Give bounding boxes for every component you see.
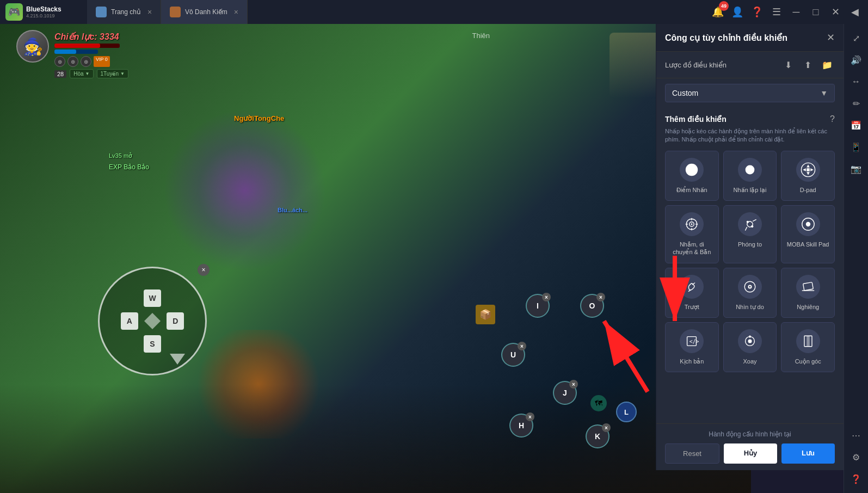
key-o-close[interactable]: ×	[596, 293, 605, 301]
app-logo: 🎮 BlueStacks 4.215.0.1019	[0, 3, 87, 21]
profile-dropdown[interactable]: Custom ▼	[665, 84, 835, 102]
key-i-close[interactable]: ×	[542, 293, 551, 301]
dpad-center	[144, 313, 161, 329]
svg-rect-11	[807, 168, 810, 171]
svg-marker-10	[810, 168, 814, 171]
panel-close-button[interactable]: ✕	[827, 32, 835, 44]
kich-ban-icon: </>	[680, 329, 704, 353]
nham-label: Nhắm, di chuyển & Bắn	[670, 241, 714, 256]
control-cuon-goc[interactable]: Cuộn góc	[781, 322, 835, 372]
add-controls-title: Thêm điều khiển	[665, 115, 727, 124]
key-h-button[interactable]: × H	[509, 414, 533, 437]
save-button[interactable]: Lưu	[781, 443, 835, 464]
tab-game-label: Vô Danh Kiếm	[185, 8, 227, 16]
control-moba[interactable]: MOBA Skill Pad	[781, 205, 835, 263]
minimize-icon[interactable]: ─	[787, 3, 805, 21]
panel-header: Công cụ tùy chỉnh điều khiển ✕	[656, 24, 844, 52]
tab-home[interactable]: Trang chủ ×	[87, 0, 161, 24]
control-nham-di-chuyen[interactable]: Nhắm, di chuyển & Bắn	[665, 205, 719, 263]
expand-btn[interactable]: ⤢	[846, 28, 866, 48]
action-buttons: Reset Hủy Lưu	[665, 443, 835, 464]
more-btn[interactable]: ⋯	[846, 426, 866, 445]
nhin-icon	[738, 275, 762, 299]
dpad-right-key[interactable]: D	[167, 312, 184, 330]
key-j-close[interactable]: ×	[569, 380, 578, 389]
key-j-button[interactable]: × J	[553, 381, 577, 405]
import-btn[interactable]: ⬇	[780, 57, 796, 72]
map-icon[interactable]: 🗺	[590, 395, 607, 411]
truot-label: Trượt	[685, 303, 699, 311]
control-dpad[interactable]: D-pad	[781, 151, 835, 201]
reset-button[interactable]: Reset	[665, 443, 719, 464]
menu-icon[interactable]: ☰	[768, 3, 785, 21]
level-badge: 28	[54, 70, 66, 78]
phong-to-label: Phóng to	[738, 241, 762, 248]
key-o-button[interactable]: × O	[580, 294, 604, 318]
action-section: Hành động cấu hình hiện tại Reset Hủy Lư…	[656, 423, 844, 470]
settings-btn[interactable]: ⚙	[846, 447, 866, 467]
dpad-left-key[interactable]: A	[121, 312, 138, 330]
key-h-close[interactable]: ×	[526, 412, 534, 421]
status-tuyen[interactable]: 1Tuyến ▼	[97, 69, 128, 78]
chest-icon[interactable]: 📦	[476, 305, 495, 324]
key-i-button[interactable]: × I	[526, 294, 550, 318]
svg-marker-7	[807, 164, 810, 168]
cancel-button[interactable]: Hủy	[724, 443, 777, 464]
diem-nhan-label: Điểm Nhấn	[676, 186, 707, 194]
control-truot[interactable]: Trượt	[665, 268, 719, 318]
right-panel: ⤢ 🔊 ↔ ✏ 📅 📱 📷 ⋯ ⚙ ❓	[844, 24, 868, 493]
nhin-label: Nhìn tự do	[736, 303, 764, 311]
control-nhan-lap-lai[interactable]: Nhấn lặp lại	[723, 151, 777, 201]
key-u-button[interactable]: × U	[501, 343, 525, 367]
dropdown-value: Custom	[672, 89, 698, 97]
buff-icon-2: ⊕	[67, 56, 78, 67]
resize-btn[interactable]: ↔	[846, 72, 866, 91]
key-u-close[interactable]: ×	[518, 342, 526, 350]
dropdown-arrow: ▼	[820, 89, 828, 97]
truot-icon	[680, 275, 704, 299]
export-btn[interactable]: ⬆	[800, 57, 815, 72]
control-nghieng[interactable]: Nghiêng	[781, 268, 835, 318]
add-controls-section: Thêm điều khiển ? Nhấp hoặc kéo các hành…	[656, 108, 844, 379]
question-btn[interactable]: ❓	[846, 469, 866, 489]
svg-point-14	[691, 224, 693, 225]
dpad-down-key[interactable]: S	[144, 335, 161, 353]
action-desc-text: Hành động cấu hình hiện tại	[665, 430, 835, 438]
camera-btn[interactable]: 📷	[846, 159, 866, 178]
volume-btn[interactable]: 🔊	[846, 50, 866, 70]
help-icon[interactable]: ❓	[748, 3, 766, 21]
maximize-icon[interactable]: □	[807, 3, 824, 21]
svg-point-22	[805, 222, 810, 226]
buff-icon-3: ⊕	[81, 56, 91, 67]
tab-game[interactable]: Vô Danh Kiếm ×	[161, 0, 248, 24]
add-controls-help-icon[interactable]: ?	[830, 114, 835, 124]
dpad-indicator	[170, 354, 185, 365]
nghieng-icon	[796, 275, 820, 299]
key-k-close[interactable]: ×	[602, 423, 611, 432]
back-icon[interactable]: ◀	[846, 3, 864, 21]
xoay-icon	[738, 329, 762, 353]
avatar-image: 🧙	[16, 30, 49, 63]
dpad-close-button[interactable]: ×	[198, 264, 210, 276]
status-hoa[interactable]: Hòa ▼	[70, 69, 93, 78]
calendar-btn[interactable]: 📅	[846, 115, 866, 135]
tab-home-close[interactable]: ×	[147, 8, 152, 16]
folder-btn[interactable]: 📁	[820, 57, 835, 72]
control-diem-nhan[interactable]: Điểm Nhấn	[665, 151, 719, 201]
control-phong-to[interactable]: Phóng to	[723, 205, 777, 263]
account-icon[interactable]: 👤	[729, 3, 746, 21]
key-l-button[interactable]: L	[616, 402, 637, 422]
dpad-control[interactable]: × W S A D	[98, 267, 207, 375]
tab-game-close[interactable]: ×	[234, 8, 238, 16]
control-nhin-tu-do[interactable]: Nhìn tự do	[723, 268, 777, 318]
svg-rect-26	[803, 282, 813, 290]
key-k-button[interactable]: × K	[586, 424, 610, 448]
phone-btn[interactable]: 📱	[846, 137, 866, 157]
control-xoay[interactable]: Xoay	[723, 322, 777, 372]
control-kich-ban[interactable]: </> Kịch bản	[665, 322, 719, 372]
dpad-up-key[interactable]: W	[144, 289, 161, 307]
buff-icon-1: ⊕	[54, 56, 65, 67]
close-window-icon[interactable]: ✕	[827, 3, 844, 21]
panel-scroll-area[interactable]: Thêm điều khiển ? Nhấp hoặc kéo các hành…	[656, 108, 844, 423]
edit-btn[interactable]: ✏	[846, 94, 866, 113]
